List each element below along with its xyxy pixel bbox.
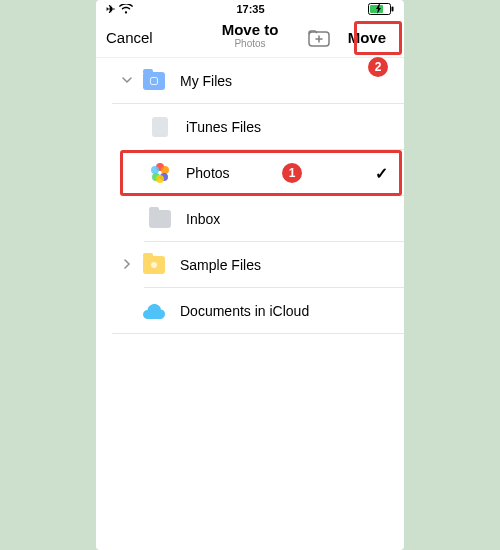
- checkmark-icon: ✓: [375, 164, 388, 183]
- folder-row-my-files[interactable]: My Files: [96, 58, 404, 104]
- folder-icon: [142, 69, 166, 93]
- folder-row-photos[interactable]: Photos ✓: [96, 150, 404, 196]
- status-bar: ✈ 17:35: [96, 0, 404, 18]
- folder-label: Sample Files: [180, 257, 404, 273]
- battery-icon: [368, 3, 394, 15]
- airplane-mode-icon: ✈: [106, 3, 115, 16]
- svg-rect-2: [391, 7, 393, 12]
- itunes-files-icon: [148, 115, 172, 139]
- move-button[interactable]: Move: [340, 25, 394, 50]
- folder-label: My Files: [180, 73, 404, 89]
- folder-row-itunes[interactable]: iTunes Files: [96, 104, 404, 150]
- icloud-icon: [142, 299, 166, 323]
- nav-title: Move to: [222, 21, 279, 38]
- chevron-right-icon[interactable]: [112, 258, 142, 272]
- folder-row-inbox[interactable]: Inbox: [96, 196, 404, 242]
- folder-icon: [148, 207, 172, 231]
- phone-window: ✈ 17:35 Cancel Move to Photos: [96, 0, 404, 550]
- folder-icon: [142, 253, 166, 277]
- nav-subtitle: Photos: [222, 38, 279, 49]
- photos-icon: [148, 161, 172, 185]
- wifi-icon: [119, 4, 133, 14]
- status-time: 17:35: [236, 3, 264, 15]
- folder-list: My Files iTunes Files Photos ✓ Inbox Sam…: [96, 58, 404, 334]
- folder-row-sample[interactable]: Sample Files: [96, 242, 404, 288]
- nav-bar: Cancel Move to Photos Move: [96, 18, 404, 58]
- folder-label: Inbox: [186, 211, 404, 227]
- new-folder-icon[interactable]: [308, 29, 330, 47]
- folder-label: iTunes Files: [186, 119, 404, 135]
- cancel-button[interactable]: Cancel: [106, 29, 153, 46]
- chevron-down-icon[interactable]: [112, 74, 142, 88]
- folder-row-icloud[interactable]: Documents in iCloud: [96, 288, 404, 334]
- folder-label: Documents in iCloud: [180, 303, 404, 319]
- folder-label: Photos: [186, 165, 375, 181]
